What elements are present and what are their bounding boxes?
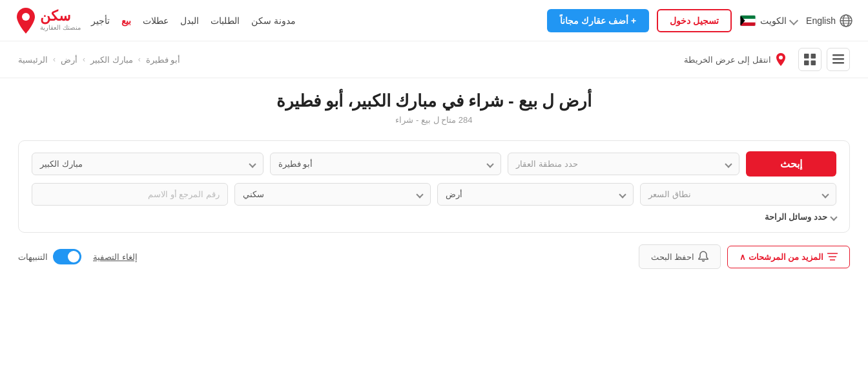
grid-icon: [804, 54, 816, 65]
area-value: أبو فطيرة: [278, 159, 313, 169]
type-chevron-icon: [619, 191, 626, 198]
zone-placeholder: حدد منطقة العقار: [516, 159, 577, 169]
header-nav: مدونة سكن الطلبات البدل عطلات بيع تأجير: [91, 16, 296, 26]
notifications-label: التنبيهات: [18, 252, 48, 262]
grid-view-button[interactable]: [798, 48, 822, 71]
amenities-row: حدد وسائل الراحة: [32, 212, 836, 222]
breadcrumb-land[interactable]: أرض: [61, 55, 78, 65]
svg-rect-15: [804, 61, 809, 66]
page-subtitle: 284 متاح ل بيع - شراء: [18, 115, 850, 125]
add-property-label: + أضف عقارك مجاناً: [560, 16, 636, 26]
breadcrumb-abu-futaira[interactable]: أبو فطيرة: [146, 55, 181, 65]
language-label: English: [806, 16, 836, 26]
nav-tair[interactable]: تأجير: [91, 16, 110, 26]
breadcrumb-mubarak[interactable]: مبارك الكبير: [90, 55, 133, 65]
country-label: الكويت: [760, 16, 787, 26]
district-select[interactable]: مبارك الكبير: [32, 153, 264, 175]
breadcrumb-sep-1: ›: [53, 55, 56, 64]
svg-rect-16: [811, 61, 816, 66]
svg-rect-11: [832, 58, 844, 60]
ref-input[interactable]: [32, 183, 228, 206]
header-right: مدونة سكن الطلبات البدل عطلات بيع تأجير …: [16, 6, 296, 35]
nav-madrona[interactable]: مدونة سكن: [251, 16, 296, 26]
district-value: مبارك الكبير: [40, 159, 83, 169]
svg-rect-14: [811, 54, 816, 59]
footer-right: إلغاء التصفية التنبيهات: [18, 249, 138, 264]
zone-chevron-icon: [725, 160, 732, 167]
search-form: إبحث حدد منطقة العقار أبو فطيرة مبارك ال…: [18, 140, 850, 233]
list-icon: [832, 54, 844, 65]
kuwait-flag-icon: [739, 15, 756, 27]
globe-icon: [840, 14, 852, 27]
page-content: أرض ل بيع - شراء في مبارك الكبير، أبو فط…: [0, 78, 868, 272]
country-chevron-icon: [789, 16, 798, 25]
nav-talabat[interactable]: الطلبات: [211, 16, 240, 26]
nav-ataalat[interactable]: عطلات: [143, 16, 169, 26]
breadcrumb-home[interactable]: الرئيسية: [18, 55, 48, 65]
country-selector[interactable]: الكويت: [739, 15, 798, 27]
filter-icon: [827, 252, 838, 261]
svg-point-17: [779, 56, 783, 59]
login-button[interactable]: تسجيل دخول: [657, 9, 732, 32]
map-view-label: انتقل إلى عرض الخريطة: [684, 55, 771, 65]
svg-point-9: [22, 13, 30, 21]
map-view-button[interactable]: انتقل إلى عرض الخريطة: [677, 48, 793, 70]
clear-filter-link[interactable]: إلغاء التصفية: [93, 252, 138, 262]
logo-name: سكن: [40, 9, 70, 23]
view-toggle: انتقل إلى عرض الخريطة: [677, 48, 850, 71]
breadcrumb-sep-3: ›: [138, 55, 141, 64]
search-row-2: نطاق السعر أرض سكني: [32, 183, 836, 206]
add-property-button[interactable]: + أضف عقارك مجاناً: [547, 9, 649, 32]
price-placeholder: نطاق السعر: [648, 189, 691, 199]
price-select[interactable]: نطاق السعر: [640, 183, 836, 206]
type-select[interactable]: أرض: [437, 183, 634, 206]
search-row-1: إبحث حدد منطقة العقار أبو فطيرة مبارك ال…: [32, 151, 836, 177]
language-selector[interactable]: English: [806, 14, 852, 27]
amenities-label[interactable]: حدد وسائل الراحة: [765, 212, 827, 222]
area-select[interactable]: أبو فطيرة: [270, 153, 502, 175]
logo[interactable]: سكن منصتك العقارية: [16, 6, 81, 35]
svg-rect-13: [804, 54, 809, 59]
more-filters-button[interactable]: المزيد من المرشحات ∧: [727, 246, 850, 268]
area-chevron-icon: [487, 160, 494, 167]
zone-select[interactable]: حدد منطقة العقار: [508, 153, 739, 175]
logo-pin-icon: [16, 6, 36, 35]
save-search-button[interactable]: احفظ البحث: [639, 244, 721, 269]
footer-left: المزيد من المرشحات ∧ احفظ البحث: [639, 244, 850, 269]
notifications-toggle[interactable]: [53, 249, 81, 264]
search-button[interactable]: إبحث: [746, 151, 836, 177]
svg-rect-10: [832, 54, 844, 56]
logo-subtitle: منصتك العقارية: [40, 23, 81, 32]
breadcrumb: الرئيسية › أرض › مبارك الكبير › أبو فطير…: [18, 55, 180, 65]
type-value: أرض: [446, 189, 462, 199]
logo-text: سكن منصتك العقارية: [40, 9, 81, 32]
notifications-area: التنبيهات: [18, 249, 81, 264]
price-chevron-icon: [822, 191, 829, 198]
footer-row: المزيد من المرشحات ∧ احفظ البحث إلغاء ال…: [18, 239, 850, 272]
more-filters-label: المزيد من المرشحات ∧: [739, 252, 823, 262]
category-chevron-icon: [416, 191, 423, 198]
toolbar: انتقل إلى عرض الخريطة الرئيسية › أرض › م…: [0, 41, 868, 78]
category-select[interactable]: سكني: [234, 183, 431, 206]
amenities-chevron-icon[interactable]: [830, 213, 837, 220]
category-value: سكني: [243, 189, 264, 199]
toggle-slider: [53, 249, 81, 264]
page-title: أرض ل بيع - شراء في مبارك الكبير، أبو فط…: [18, 91, 850, 111]
svg-rect-12: [832, 62, 844, 64]
map-pin-icon: [775, 52, 787, 67]
header-left: English الكويت تسجيل دخول + أضف عقارك مج…: [547, 9, 852, 32]
list-view-button[interactable]: [827, 48, 850, 71]
nav-badal[interactable]: البدل: [180, 16, 199, 26]
district-chevron-icon: [249, 160, 256, 167]
nav-bay[interactable]: بيع: [121, 16, 131, 26]
save-search-label: احفظ البحث: [651, 252, 695, 262]
breadcrumb-sep-2: ›: [83, 55, 85, 64]
bell-icon: [698, 251, 708, 262]
